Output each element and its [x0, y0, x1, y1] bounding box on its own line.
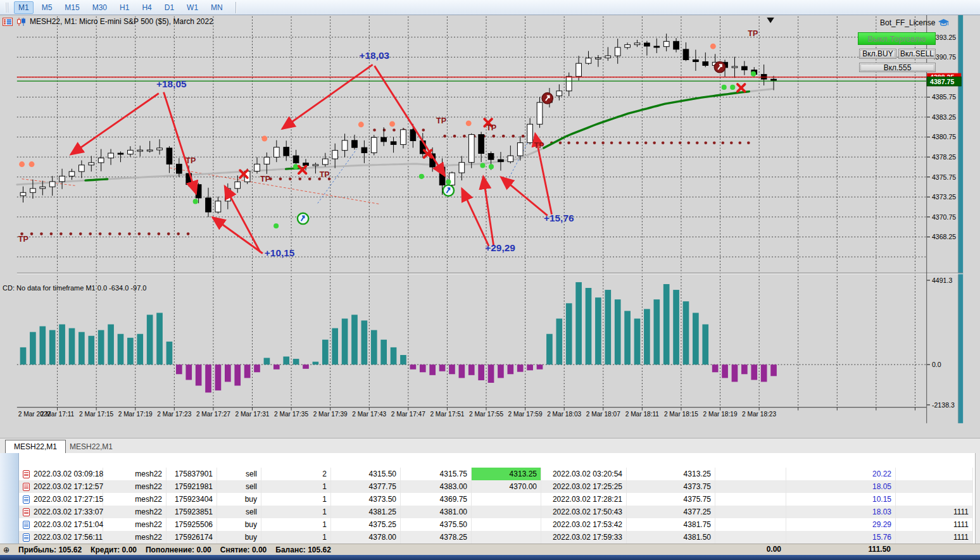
svg-text:2 Mar 17:31: 2 Mar 17:31 [235, 411, 269, 418]
table-row[interactable]: 2022.03.02 17:51:04mesh22175925506buy143… [19, 518, 973, 531]
cell-profit: 15.76 [786, 531, 896, 544]
cell-profit: 10.15 [786, 493, 896, 506]
enable-sell-button[interactable]: Вкл.SELL [898, 49, 936, 59]
summary-баланс: Баланс: 105.62 [275, 545, 331, 554]
timeframe-button-m1[interactable]: M1 [14, 1, 34, 14]
cell-sl: 4378.25 [401, 531, 472, 544]
cell-open_time: 2022.03.02 17:51:04 [19, 518, 103, 531]
cell-type: sell [217, 506, 261, 518]
cell-profit: 18.05 [786, 480, 896, 493]
cell-price: 4378.00 [331, 531, 401, 544]
svg-text:4373.25: 4373.25 [932, 193, 956, 201]
chart-tab-1[interactable]: MESH22,M1 [61, 440, 121, 453]
enable-buy-button[interactable]: Вкл.BUY [859, 49, 896, 59]
price-chart[interactable]: TPTPTPTPTPTPTPTP+18,05+18,03+10,15+29,29… [0, 15, 980, 438]
svg-text:4380.75: 4380.75 [932, 133, 956, 140]
cell-ticket: 175837901 [166, 468, 217, 480]
timeframe-button-w1[interactable]: W1 [182, 1, 203, 14]
cell-swap [715, 493, 786, 506]
timeframe-toolbar: M1M5M15M30H1H4D1W1MN [0, 0, 980, 15]
svg-text:2 Mar 17:27: 2 Mar 17:27 [196, 411, 230, 418]
toggle-trading-button[interactable]: Выкл.Торговлю [858, 32, 936, 45]
cell-close_price: 4381.75 [627, 518, 715, 531]
summary-кредит: Кредит: 0.00 [91, 545, 137, 554]
cell-expert: 1111 [896, 506, 973, 518]
svg-text:2 Mar 17:19: 2 Mar 17:19 [118, 411, 153, 418]
svg-text:TP: TP [260, 175, 270, 184]
cell-symbol: mesh22 [103, 531, 166, 544]
timeframe-button-d1[interactable]: D1 [160, 1, 179, 14]
cell-profit: 20.22 [786, 468, 896, 480]
cell-volume: 1 [261, 518, 331, 531]
chart-tab-0[interactable]: MESH22,M1 [5, 440, 66, 453]
cell-open_time: 2022.03.02 17:56:11 [19, 531, 103, 544]
indicator-label: CD: No data for timeframe M1 0.0 -634.0 … [3, 284, 146, 292]
svg-text:2 Mar 18:03: 2 Mar 18:03 [547, 411, 581, 418]
cell-swap [715, 518, 786, 531]
cell-ticket: 175923404 [166, 493, 217, 506]
enable-sell-label: Вкл.SELL [900, 49, 934, 58]
cell-type: buy [217, 493, 261, 506]
cell-swap [715, 468, 786, 480]
svg-text:2 Mar 18:19: 2 Mar 18:19 [703, 411, 738, 418]
svg-text:2 Mar 18:23: 2 Mar 18:23 [742, 411, 776, 418]
cell-sl: 4383.00 [401, 480, 472, 493]
svg-text:2 Mar 18:07: 2 Mar 18:07 [586, 411, 620, 418]
cell-profit: 29.29 [786, 518, 896, 531]
cell-expert [896, 480, 973, 493]
timeframe-button-h1[interactable]: H1 [115, 1, 134, 14]
cell-close_price: 4377.25 [627, 506, 715, 518]
svg-text:2 Mar 17:59: 2 Mar 17:59 [508, 411, 543, 418]
timeframe-buttons: M1M5M15M30H1H4D1W1MN [12, 1, 229, 14]
svg-text:TP: TP [748, 29, 758, 38]
svg-text:+29,29: +29,29 [485, 242, 515, 253]
enable-555-button[interactable]: Вкл.555 [859, 63, 936, 72]
svg-text:0.0: 0.0 [932, 361, 941, 368]
table-row[interactable]: 2022.03.02 17:56:11mesh22175926174buy143… [19, 531, 973, 544]
cell-swap [715, 506, 786, 518]
cell-close_time: 2022.03.02 17:28:21 [541, 493, 627, 506]
svg-text:2 Mar 18:15: 2 Mar 18:15 [664, 411, 698, 418]
cell-close_time: 2022.03.02 17:50:43 [541, 506, 627, 518]
taskbar[interactable] [0, 555, 980, 560]
swap-total: 0.00 [715, 544, 786, 555]
cell-ticket: 175921981 [166, 480, 217, 493]
toolbar-grip[interactable] [5, 3, 8, 13]
expand-summary-icon[interactable]: ⊕ [3, 545, 9, 554]
table-row[interactable]: 2022.03.02 03:09:18mesh22175837901sell24… [19, 468, 973, 480]
timeframe-button-m30[interactable]: M30 [88, 1, 111, 14]
chart-candles-icon[interactable] [16, 18, 26, 26]
chart-tab-bar: MESH22,M1MESH22,M1 [0, 438, 980, 453]
svg-text:4368.25: 4368.25 [932, 233, 956, 240]
svg-text:TP: TP [486, 123, 496, 132]
toolbox-gutter: ✕ Инструменты [0, 453, 19, 555]
svg-text:4385.75: 4385.75 [932, 93, 956, 101]
timeframe-button-m5[interactable]: M5 [37, 1, 57, 14]
cell-symbol: mesh22 [103, 468, 166, 480]
svg-text:2 Mar 17:47: 2 Mar 17:47 [391, 411, 425, 418]
cell-ticket: 175923851 [166, 506, 217, 518]
cell-sl: 4375.50 [401, 518, 472, 531]
ma-green-segment [85, 179, 108, 180]
table-row[interactable]: 2022.03.02 17:27:15mesh22175923404buy143… [19, 493, 973, 506]
cell-close_price: 4375.75 [627, 493, 715, 506]
timeframe-button-mn[interactable]: MN [206, 1, 227, 14]
timeframe-button-m15[interactable]: M15 [60, 1, 84, 14]
terminal-window: M1M5M15M30H1H4D1W1MN TPTPTPTPTPTPTPTP+18… [0, 0, 980, 560]
cell-price: 4315.50 [331, 468, 401, 480]
cell-open_time: 2022.03.02 17:33:07 [19, 506, 103, 518]
svg-text:+18,03: +18,03 [359, 50, 389, 61]
cell-swap [715, 531, 786, 544]
timeframe-button-h4[interactable]: H4 [137, 1, 156, 14]
table-row[interactable]: 2022.03.02 17:33:07mesh22175923851sell14… [19, 506, 973, 518]
cell-tp [472, 493, 541, 506]
chart-list-icon[interactable] [3, 18, 13, 26]
cell-ticket: 175925506 [166, 518, 217, 531]
svg-text:2 Mar 17:43: 2 Mar 17:43 [352, 411, 386, 418]
cell-tp [472, 506, 541, 518]
table-scrollbar[interactable] [975, 453, 980, 544]
table-row[interactable]: 2022.03.02 17:12:57mesh22175921981sell14… [19, 480, 973, 493]
cell-close_time: 2022.03.02 17:25:25 [541, 480, 627, 493]
cell-close_time: 2022.03.02 03:20:54 [541, 468, 627, 480]
buy-order-icon [23, 533, 30, 542]
